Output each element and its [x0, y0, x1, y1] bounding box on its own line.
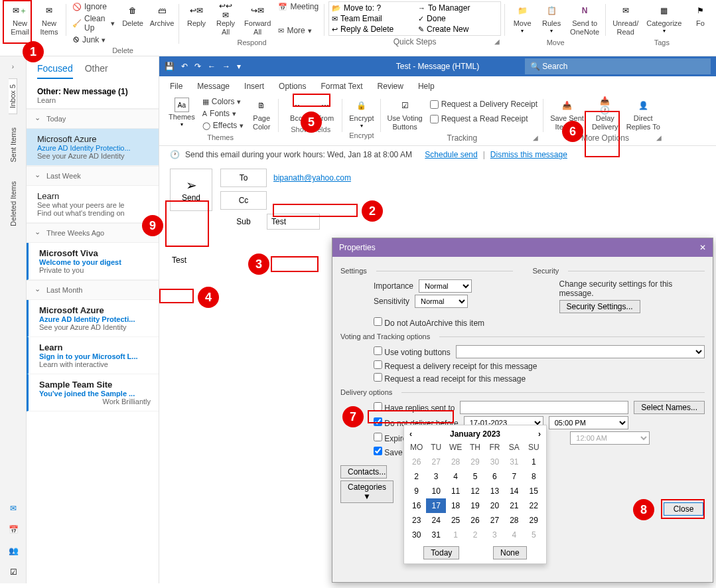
todo-icon[interactable]: ☑: [10, 567, 17, 577]
to-value[interactable]: bipanath@yahoo.com: [273, 173, 351, 183]
menu-review[interactable]: Review: [378, 82, 403, 91]
calendar-day[interactable]: 9: [407, 484, 426, 498]
calendar-day[interactable]: 18: [446, 498, 465, 513]
close-icon[interactable]: ✕: [699, 243, 706, 252]
rail-deleted[interactable]: Deleted Items: [9, 176, 17, 232]
group-lastweek[interactable]: Last Week: [27, 166, 159, 186]
none-button[interactable]: None: [493, 546, 527, 559]
cc-button[interactable]: Cc: [220, 191, 267, 210]
calendar-day[interactable]: 10: [426, 484, 445, 498]
calendar-day[interactable]: 26: [407, 455, 426, 469]
dismiss-link[interactable]: Dismiss this message: [490, 150, 567, 159]
calendar-day[interactable]: 6: [485, 469, 504, 484]
calendar-day[interactable]: 8: [524, 469, 543, 484]
calendar-day[interactable]: 31: [426, 528, 445, 542]
schedule-send-link[interactable]: Schedule send: [425, 150, 477, 159]
security-settings-button[interactable]: Security Settings...: [559, 300, 640, 313]
page-color-button[interactable]: 🗎Page Color: [248, 96, 275, 132]
calendar-day[interactable]: 31: [504, 455, 524, 469]
to-button[interactable]: To: [220, 169, 267, 187]
move-button[interactable]: 📁Move▾: [509, 1, 536, 35]
tab-focused[interactable]: Focused: [37, 63, 73, 79]
menu-file[interactable]: File: [170, 82, 182, 91]
calendar-day[interactable]: 29: [465, 455, 484, 469]
message-body[interactable]: Test: [170, 254, 210, 267]
calendar-day[interactable]: 3: [426, 469, 445, 484]
calendar-day[interactable]: 4: [446, 469, 465, 484]
search-box[interactable]: 🔍 Search: [525, 58, 711, 74]
contacts-button[interactable]: Contacts...: [340, 465, 387, 478]
delay-delivery-button[interactable]: 📥🕐Delay Delivery: [589, 96, 621, 132]
calendar-day[interactable]: 26: [465, 513, 484, 528]
list-item[interactable]: LearnSee what your peers are leFind out …: [27, 186, 159, 223]
list-item[interactable]: Microsoft AzureAzure AD Identity Protect…: [27, 300, 159, 337]
today-button[interactable]: Today: [423, 546, 459, 559]
calendar-day[interactable]: 27: [485, 513, 504, 528]
list-item[interactable]: Sample Team SiteYou've joined the Sample…: [27, 374, 159, 411]
redo-icon[interactable]: ↷: [194, 62, 201, 71]
calendar-day[interactable]: 4: [504, 528, 524, 542]
replies-to-input[interactable]: [460, 401, 628, 414]
expire-check[interactable]: Expire: [374, 433, 407, 443]
calendar-day[interactable]: 17: [426, 498, 445, 513]
rules-button[interactable]: 📋Rules▾: [538, 1, 565, 35]
calendar-day[interactable]: 22: [524, 498, 543, 513]
qat-dropdown-icon[interactable]: ▾: [237, 62, 241, 71]
calendar-day[interactable]: 23: [407, 513, 426, 528]
categorize-button[interactable]: ▦Categorize▾: [644, 1, 684, 35]
more-respond-button[interactable]: ✉ More ▾: [276, 25, 321, 36]
close-button[interactable]: Close: [664, 502, 703, 516]
encrypt-button[interactable]: 🔒Encrypt▾: [346, 96, 376, 130]
group-lastmonth[interactable]: Last Month: [27, 280, 159, 300]
list-item[interactable]: Microsoft VivaWelcome to your digestPriv…: [27, 243, 159, 280]
ignore-button[interactable]: 🚫 Ignore: [70, 1, 117, 12]
calendar-day[interactable]: 12: [465, 484, 484, 498]
calendar-day[interactable]: 30: [407, 528, 426, 542]
people-icon[interactable]: 👥: [9, 546, 19, 555]
save-icon[interactable]: 💾: [165, 62, 175, 71]
deliver-time-select[interactable]: 05:00 PM: [549, 416, 628, 429]
menu-options[interactable]: Options: [279, 82, 306, 91]
calendar-day[interactable]: 21: [504, 498, 524, 513]
calendar-day[interactable]: 5: [524, 528, 543, 542]
calendar-day[interactable]: 28: [504, 513, 524, 528]
reply-button[interactable]: ↩✉Reply: [183, 1, 210, 29]
list-item[interactable]: LearnSign in to your Microsoft L...Learn…: [27, 337, 159, 374]
calendar-day[interactable]: 25: [446, 513, 465, 528]
delivery-receipt-check[interactable]: Request a Delivery Receipt: [428, 99, 539, 110]
calendar-day[interactable]: 11: [446, 484, 465, 498]
calendar-day[interactable]: 29: [524, 513, 543, 528]
have-replies-check[interactable]: Have replies sent to: [374, 402, 455, 413]
menu-help[interactable]: Help: [418, 82, 435, 91]
send-button[interactable]: ➢ Send: [170, 169, 212, 211]
calendar-day[interactable]: 2: [465, 528, 484, 542]
rail-sent[interactable]: Sent Items: [9, 122, 17, 168]
select-names-button[interactable]: Select Names...: [634, 401, 705, 414]
quick-steps-gallery[interactable]: 📂 Move to: ? → To Manager ✉ Team Email ✓…: [328, 1, 501, 36]
calendar-day[interactable]: 1: [446, 528, 465, 542]
group-threeweeks[interactable]: Three Weeks Ago: [27, 223, 159, 243]
new-items-button[interactable]: ✉New Items: [36, 1, 62, 37]
calendar-day[interactable]: 20: [485, 498, 504, 513]
calendar-day[interactable]: 13: [485, 484, 504, 498]
autoarchive-check[interactable]: Do not AutoArchive this item: [374, 317, 484, 328]
calendar-day[interactable]: 3: [485, 528, 504, 542]
req-delivery-check[interactable]: Request a delivery receipt for this mess…: [374, 360, 537, 371]
forward-button[interactable]: ↪✉Forward All: [242, 1, 273, 37]
next-month-icon[interactable]: ›: [538, 429, 541, 439]
categories-button[interactable]: Categories ▼: [340, 480, 394, 503]
calendar-day[interactable]: 28: [446, 455, 465, 469]
subject-input[interactable]: Test: [267, 214, 320, 230]
req-read-check[interactable]: Request a read receipt for this message: [374, 373, 526, 384]
reply-all-button[interactable]: ↩↩✉Reply All: [212, 1, 239, 37]
undo-icon[interactable]: ↶: [181, 62, 188, 71]
calendar-day[interactable]: 16: [407, 498, 426, 513]
calendar-day[interactable]: 1: [524, 455, 543, 469]
prev-icon[interactable]: ←: [208, 62, 216, 71]
meeting-button[interactable]: 📅 Meeting: [276, 1, 321, 12]
calendar-icon[interactable]: 📅: [9, 525, 19, 534]
voting-button[interactable]: ☑Use Voting Buttons: [385, 96, 425, 132]
read-receipt-check[interactable]: Request a Read Receipt: [428, 113, 539, 124]
calendar-day[interactable]: 5: [465, 469, 484, 484]
list-item[interactable]: Microsoft AzureAzure AD Identity Protect…: [27, 129, 159, 166]
